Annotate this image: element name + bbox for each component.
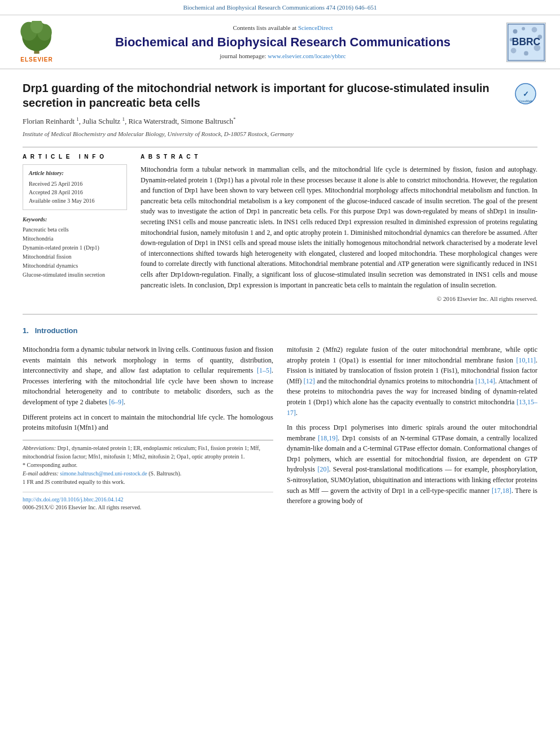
journal-title: Biochemical and Biophysical Research Com… [71, 35, 495, 50]
article-title: Drp1 guarding of the mitochondrial netwo… [23, 81, 509, 110]
keyword-3: Dynamin-related protein 1 (Drp1) [23, 243, 127, 252]
journal-homepage-link[interactable]: www.elsevier.com/locate/ybbrc [268, 53, 346, 59]
bbrc-logo: BBRC [504, 23, 549, 62]
elsevier-label: ELSEVIER [20, 56, 53, 64]
article-history-box: Article history: Received 25 April 2016 … [23, 164, 127, 210]
article-title-section: Drp1 guarding of the mitochondrial netwo… [23, 81, 537, 110]
svg-point-8 [522, 27, 525, 30]
available-date: Available online 3 May 2016 [29, 196, 121, 205]
keyword-1: Pancreatic beta cells [23, 225, 127, 234]
ref-link-12[interactable]: [12] [304, 377, 315, 385]
sciencedirect-link[interactable]: ScienceDirect [298, 24, 333, 31]
bottom-links: http://dx.doi.org/10.1016/j.bbrc.2016.04… [23, 492, 273, 512]
article-history-label: Article history: [29, 169, 121, 178]
ref-link-10-11[interactable]: [10,11] [516, 356, 536, 364]
received-date: Received 25 April 2016 [29, 180, 121, 188]
intro-section-title: 1. Introduction [23, 326, 537, 337]
divider-2 [23, 314, 537, 314]
intro-right-paragraph-1: mitofusin 2 (Mfn2) regulate fusion of th… [287, 344, 537, 418]
svg-text:BBRC: BBRC [512, 36, 541, 47]
ref-link-17-18[interactable]: [17,18] [492, 487, 511, 495]
abbreviations-footnote: Abbreviations: Drp1, dynamin-related pro… [23, 444, 273, 461]
issn-line: 0006-291X/© 2016 Elsevier Inc. All right… [23, 504, 273, 512]
abstract-header: A B S T R A C T [141, 153, 537, 161]
footnotes-box: Abbreviations: Drp1, dynamin-related pro… [23, 440, 273, 486]
keyword-4: Mitochondrial fission [23, 252, 127, 261]
svg-text:✓: ✓ [523, 90, 529, 98]
keyword-5: Mitochondrial dynamics [23, 261, 127, 270]
intro-right-col: mitofusin 2 (Mfn2) regulate fusion of th… [287, 344, 537, 512]
ref-link-18-19[interactable]: [18,19] [318, 434, 338, 442]
intro-paragraph-1: Mitochondria form a dynamic tubular netw… [23, 344, 273, 408]
journal-header: ELSEVIER Contents lists available at Sci… [0, 15, 560, 70]
ref-link-6-9[interactable]: [6–9] [109, 398, 124, 406]
keywords-label: Keywords: [23, 216, 127, 224]
author-email-link[interactable]: simone.baltrusch@med.uni-rostock.de [60, 470, 147, 477]
affiliation-line: Institute of Medical Biochemistry and Mo… [23, 130, 537, 139]
authors-line: Florian Reinhardt 1, Julia Schultz 1, Ri… [23, 116, 537, 127]
introduction-section: 1. Introduction Mitochondria form a dyna… [23, 326, 537, 512]
svg-text:CrossMark: CrossMark [519, 99, 533, 103]
accepted-date: Accepted 28 April 2016 [29, 188, 121, 196]
keyword-6: Glucose-stimulated insulin secretion [23, 270, 127, 279]
article-info-header: A R T I C L E I N F O [23, 153, 127, 161]
crossmark-icon: ✓ CrossMark [515, 83, 537, 108]
elsevier-logo: ELSEVIER [11, 21, 62, 64]
intro-right-paragraph-2: In this process Drp1 polymerises into di… [287, 422, 537, 506]
corresponding-footnote: * Corresponding author. [23, 461, 273, 469]
intro-paragraph-2: Different proteins act in concert to mai… [23, 412, 273, 433]
abstract-column: A B S T R A C T Mitochondria form a tubu… [141, 153, 537, 304]
abstract-text: Mitochondria form a tubular network in m… [141, 164, 537, 290]
ref-link-13-14[interactable]: [13,14] [475, 377, 495, 385]
contents-available-line: Contents lists available at ScienceDirec… [71, 24, 495, 33]
keywords-box: Keywords: Pancreatic beta cells Mitochon… [23, 216, 127, 280]
intro-left-col: Mitochondria form a dynamic tubular netw… [23, 344, 273, 512]
bbrc-logo-image: BBRC [506, 23, 546, 62]
keyword-2: Mitochondria [23, 234, 127, 243]
svg-point-13 [511, 48, 517, 54]
svg-point-12 [524, 51, 528, 56]
journal-center: Contents lists available at ScienceDirec… [71, 24, 495, 61]
ref-link-20[interactable]: [20] [317, 465, 329, 473]
svg-point-9 [532, 27, 537, 33]
ref-link-1-5[interactable]: [1–5] [257, 366, 272, 374]
journal-homepage-line: journal homepage: www.elsevier.com/locat… [71, 52, 495, 61]
article-info-abstract: A R T I C L E I N F O Article history: R… [23, 153, 537, 304]
ref-link-13-15-17[interactable]: [13,15–17] [287, 398, 537, 417]
divider-1 [23, 147, 537, 147]
intro-two-col: Mitochondria form a dynamic tubular netw… [23, 344, 537, 512]
article-body: Drp1 guarding of the mitochondrial netwo… [0, 69, 560, 523]
doi-url[interactable]: http://dx.doi.org/10.1016/j.bbrc.2016.04… [23, 496, 123, 503]
svg-point-7 [513, 29, 518, 34]
doi-link: http://dx.doi.org/10.1016/j.bbrc.2016.04… [23, 496, 273, 504]
journal-reference: Biochemical and Biophysical Research Com… [0, 0, 560, 15]
equal-contrib-footnote: 1 FR and JS contributed equally to this … [23, 478, 273, 486]
article-info-column: A R T I C L E I N F O Article history: R… [23, 153, 127, 304]
email-footnote: E-mail address: simone.baltrusch@med.uni… [23, 469, 273, 478]
copyright-line: © 2016 Elsevier Inc. All rights reserved… [141, 295, 537, 304]
